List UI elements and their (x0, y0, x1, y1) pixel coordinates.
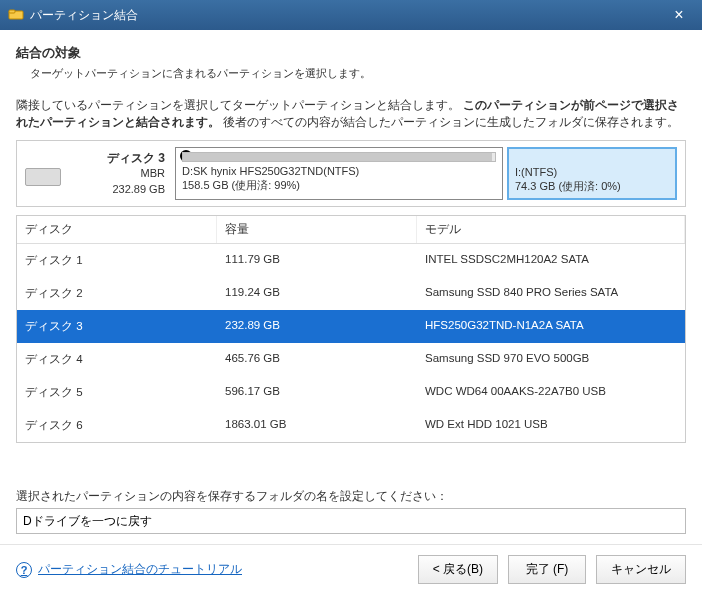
cell-capacity: 596.17 GB (217, 376, 417, 409)
partition-detail: 74.3 GB (使用済: 0%) (515, 179, 669, 194)
partition-source[interactable]: D:SK hynix HFS250G32TND(NTFS) 158.5 GB (… (175, 147, 503, 201)
instruction-text: 隣接しているパーティションを選択してターゲットパーティションと結合します。 この… (16, 97, 686, 132)
footer: ? パーティション結合のチュートリアル < 戻る(B) 完了 (F) キャンセル (0, 544, 702, 594)
folder-name-input[interactable] (16, 508, 686, 534)
disk-icon (25, 168, 61, 186)
cell-disk: ディスク 1 (17, 244, 217, 277)
cell-capacity: 1863.01 GB (217, 409, 417, 442)
cell-capacity: 119.24 GB (217, 277, 417, 310)
table-row[interactable]: ディスク 2119.24 GBSamsung SSD 840 PRO Serie… (17, 277, 685, 310)
cell-capacity: 111.79 GB (217, 244, 417, 277)
cell-capacity: 465.76 GB (217, 343, 417, 376)
disk-size: 232.89 GB (67, 182, 165, 197)
partition-label: D:SK hynix HFS250G32TND(NTFS) (182, 164, 496, 179)
instruction-part2: 後者のすべての内容が結合したパーティションに生成したフォルダに保存されます。 (223, 116, 679, 128)
col-disk[interactable]: ディスク (17, 216, 217, 243)
usage-bar (182, 152, 496, 162)
table-row[interactable]: ディスク 3232.89 GBHFS250G32TND-N1A2A SATA (17, 310, 685, 343)
disk-meta: ディスク 3 MBR 232.89 GB (67, 150, 165, 198)
cell-model: Samsung SSD 840 PRO Series SATA (417, 277, 685, 310)
tutorial-link-label: パーティション結合のチュートリアル (38, 562, 242, 577)
back-button[interactable]: < 戻る(B) (418, 555, 498, 584)
instruction-part1: 隣接しているパーティションを選択してターゲットパーティションと結合します。 (16, 99, 460, 111)
cancel-button[interactable]: キャンセル (596, 555, 686, 584)
cell-capacity: 232.89 GB (217, 310, 417, 343)
disk-name: ディスク 3 (67, 150, 165, 167)
col-capacity[interactable]: 容量 (217, 216, 417, 243)
cell-disk: ディスク 5 (17, 376, 217, 409)
table-body: ディスク 1111.79 GBINTEL SSDSC2MH120A2 SATAデ… (17, 244, 685, 442)
disk-table: ディスク 容量 モデル ディスク 1111.79 GBINTEL SSDSC2M… (16, 215, 686, 443)
close-button[interactable]: × (664, 6, 694, 24)
table-header: ディスク 容量 モデル (17, 216, 685, 244)
table-row[interactable]: ディスク 5596.17 GBWDC WD64 00AAKS-22A7B0 US… (17, 376, 685, 409)
help-icon: ? (16, 562, 32, 578)
app-icon (8, 7, 24, 23)
table-row[interactable]: ディスク 4465.76 GBSamsung SSD 970 EVO 500GB (17, 343, 685, 376)
disk-scheme: MBR (67, 166, 165, 181)
cell-model: Samsung SSD 970 EVO 500GB (417, 343, 685, 376)
page-subheading: ターゲットパーティションに含まれるパーティションを選択します。 (30, 66, 686, 81)
page-heading: 結合の対象 (16, 44, 686, 62)
cell-disk: ディスク 6 (17, 409, 217, 442)
cell-model: WDC WD64 00AAKS-22A7B0 USB (417, 376, 685, 409)
partition-detail: 158.5 GB (使用済: 99%) (182, 178, 496, 193)
finish-button[interactable]: 完了 (F) (508, 555, 586, 584)
cell-model: HFS250G32TND-N1A2A SATA (417, 310, 685, 343)
table-row[interactable]: ディスク 61863.01 GBWD Ext HDD 1021 USB (17, 409, 685, 442)
tutorial-link[interactable]: ? パーティション結合のチュートリアル (16, 562, 242, 578)
partition-label: I:(NTFS) (515, 165, 669, 180)
partition-target[interactable]: I:(NTFS) 74.3 GB (使用済: 0%) (507, 147, 677, 201)
titlebar: パーティション結合 × (0, 0, 702, 30)
cell-disk: ディスク 3 (17, 310, 217, 343)
cell-model: INTEL SSDSC2MH120A2 SATA (417, 244, 685, 277)
disk-partition-box: ディスク 3 MBR 232.89 GB D:SK hynix HFS250G3… (16, 140, 686, 208)
cell-model: WD Ext HDD 1021 USB (417, 409, 685, 442)
cell-disk: ディスク 2 (17, 277, 217, 310)
col-model[interactable]: モデル (417, 216, 685, 243)
table-row[interactable]: ディスク 1111.79 GBINTEL SSDSC2MH120A2 SATA (17, 244, 685, 277)
folder-label: 選択されたパーティションの内容を保存するフォルダの名を設定してください： (16, 489, 686, 504)
svg-rect-1 (9, 10, 15, 13)
window-title: パーティション結合 (30, 7, 664, 24)
partition-bar: D:SK hynix HFS250G32TND(NTFS) 158.5 GB (… (175, 147, 677, 201)
cell-disk: ディスク 4 (17, 343, 217, 376)
